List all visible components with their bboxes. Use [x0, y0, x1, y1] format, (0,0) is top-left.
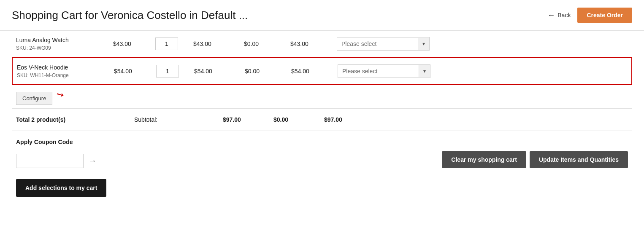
product-action-1: Please select ▾ [337, 37, 442, 51]
coupon-label: Apply Coupon Code [16, 139, 96, 145]
cart-row-1: Luma Analog Watch SKU: 24-WG09 $43.00 $4… [12, 31, 632, 57]
totals-row: Total 2 product(s) Subtotal: $97.00 $0.0… [12, 108, 632, 131]
update-items-button[interactable]: Update Items and Quantities [530, 151, 628, 168]
coupon-input[interactable] [16, 154, 84, 168]
please-select-wrap-2[interactable]: Please select ▾ [338, 64, 430, 78]
cart-table: Luma Analog Watch SKU: 24-WG09 $43.00 $4… [12, 31, 632, 131]
back-arrow-icon: ← [547, 11, 555, 20]
product-discount-2: $0.00 [245, 68, 291, 75]
page-title: Shopping Cart for Veronica Costello in D… [12, 9, 248, 22]
product-subtotal-2: $54.00 [194, 68, 245, 75]
action-buttons: Clear my shopping cart Update Items and … [442, 151, 628, 168]
add-selections-button[interactable]: Add selections to my cart [16, 179, 106, 197]
please-select-1[interactable]: Please select [337, 37, 418, 50]
content-area: Luma Analog Watch SKU: 24-WG09 $43.00 $4… [0, 31, 644, 213]
product-total-2: $54.00 [291, 68, 338, 75]
please-select-2[interactable]: Please select [338, 65, 419, 78]
totals-discount-value: $0.00 [273, 116, 324, 123]
product-price-1: $43.00 [113, 40, 155, 47]
product-info-1: Luma Analog Watch SKU: 24-WG09 [16, 37, 113, 51]
totals-products-label: Total 2 product(s) [16, 116, 134, 123]
product-qty-2 [156, 65, 194, 78]
header-right: ← Back Create Order [547, 8, 632, 23]
add-selections-section: Add selections to my cart [12, 172, 632, 201]
product-subtotal-1: $43.00 [193, 40, 244, 47]
product-price-2: $54.00 [114, 68, 156, 75]
product-name-2: Eos V-Neck Hoodie [17, 64, 114, 71]
please-select-wrap-1[interactable]: Please select ▾ [337, 37, 430, 51]
product-sku-2: SKU: WH11-M-Orange [17, 72, 114, 78]
product-sku-1: SKU: 24-WG09 [16, 45, 113, 51]
back-link[interactable]: ← Back [547, 11, 571, 20]
totals-total-value: $97.00 [324, 116, 375, 123]
product-info-2: Eos V-Neck Hoodie SKU: WH11-M-Orange [17, 64, 114, 78]
cart-row-2: Eos V-Neck Hoodie SKU: WH11-M-Orange $54… [12, 57, 632, 85]
product-total-1: $43.00 [290, 40, 337, 47]
configure-button[interactable]: Configure [16, 92, 52, 105]
select-arrow-icon-1: ▾ [418, 38, 429, 50]
totals-subtotal-value: $97.00 [223, 116, 273, 123]
coupon-section: Apply Coupon Code → [16, 139, 96, 168]
qty-input-1[interactable] [155, 37, 178, 50]
back-label: Back [557, 12, 571, 19]
qty-input-2[interactable] [156, 65, 179, 78]
coupon-arrow-icon[interactable]: → [89, 157, 96, 166]
totals-subtotal-label: Subtotal: [134, 116, 185, 123]
product-discount-1: $0.00 [244, 40, 290, 47]
product-name-1: Luma Analog Watch [16, 37, 113, 43]
coupon-row: → [16, 154, 96, 168]
page-header: Shopping Cart for Veronica Costello in D… [0, 0, 644, 31]
clear-cart-button[interactable]: Clear my shopping cart [442, 151, 526, 168]
coupon-actions-row: Apply Coupon Code → Clear my shopping ca… [12, 131, 632, 172]
product-action-2: Please select ▾ [338, 64, 443, 78]
page-wrapper: Shopping Cart for Veronica Costello in D… [0, 0, 644, 246]
configure-row: Configure ➙ [12, 85, 632, 108]
product-qty-1 [155, 37, 193, 50]
create-order-button[interactable]: Create Order [577, 8, 632, 23]
select-arrow-icon-2: ▾ [419, 65, 430, 77]
red-arrow-indicator: ➙ [55, 88, 65, 101]
